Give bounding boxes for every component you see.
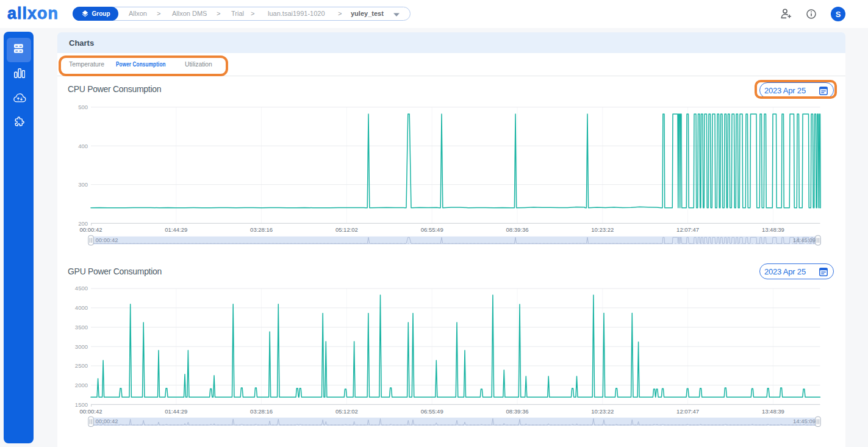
svg-text:allxon: allxon: [7, 4, 59, 23]
